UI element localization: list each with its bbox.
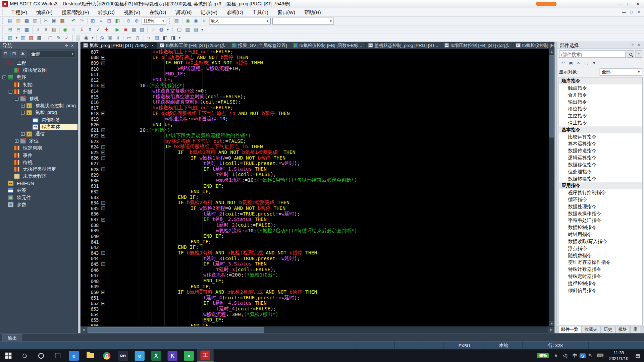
- child-close-icon[interactable]: ✕: [635, 9, 642, 15]
- scroll-right-icon[interactable]: ►: [548, 327, 554, 334]
- new-project-icon[interactable]: ▤: [6, 17, 14, 24]
- fold-collapse-icon[interactable]: −: [101, 168, 105, 171]
- fold-collapse-icon[interactable]: −: [101, 251, 105, 255]
- screen-color-change-icon[interactable]: ▨: [172, 17, 180, 24]
- instruction-item-数据控制指令[interactable]: 数据控制指令: [559, 224, 643, 231]
- tree-item-程序本体[interactable]: ST程序本体: [0, 123, 77, 130]
- taskbar-search-button[interactable]: [16, 349, 33, 362]
- instruction-item-数据处理指令[interactable]: 数据处理指令: [559, 203, 643, 210]
- instruction-category-基本指令[interactable]: 基本指令: [559, 126, 643, 133]
- instruction-item-移位指令[interactable]: 移位指令: [559, 106, 643, 113]
- online-connect-icon[interactable]: ◉: [61, 26, 69, 33]
- st-editor-icon[interactable]: ≡: [97, 17, 105, 24]
- code-line-634[interactable]: 634−IF b氦检2有料 AND NOT b氦检2检测完成 THEN: [80, 200, 549, 206]
- code-line-647[interactable]: 647w移送流程:=200;(*氦检1移出*): [80, 273, 549, 279]
- tree-collapse-icon[interactable]: ⊞: [10, 50, 18, 57]
- horizontal-scroll-thumb[interactable]: [88, 327, 264, 333]
- convert-icon[interactable]: ⊞: [6, 26, 14, 33]
- label-editor-icon[interactable]: ◧: [113, 17, 121, 24]
- toolbar-grip[interactable]: [2, 27, 4, 33]
- copy-icon[interactable]: ▣: [50, 17, 58, 24]
- soft-keyboard-icon[interactable]: ⌨: [594, 353, 606, 358]
- instruction-item-特殊计数器指令[interactable]: 特殊计数器指令: [559, 266, 643, 273]
- toolbar-overflow-icon[interactable]: ▼: [14, 36, 19, 39]
- fold-collapse-icon[interactable]: −: [101, 290, 105, 294]
- toolbar-grip[interactable]: [169, 18, 171, 24]
- code-line-653[interactable]: 653t延时_4(coil:=FALSE);: [80, 306, 549, 312]
- open-project-icon[interactable]: ▧: [14, 17, 22, 24]
- code-line-644[interactable]: 644t延时_3(coil:=TRUE,preset:=w延时);: [80, 256, 549, 262]
- paste-parts-icon[interactable]: ▣: [567, 60, 575, 66]
- zoom-in-icon[interactable]: ⊕: [133, 17, 141, 24]
- code-line-620[interactable]: 620END_IF;: [80, 122, 549, 128]
- pin-icon[interactable]: ✛: [64, 43, 69, 47]
- nav-close-icon[interactable]: ✕: [69, 43, 75, 47]
- edit-document-icon[interactable]: ▢: [46, 34, 54, 41]
- collapse-icon[interactable]: -: [9, 90, 12, 94]
- find-icon[interactable]: ◌: [149, 26, 157, 33]
- nav-splitter[interactable]: [78, 42, 80, 333]
- ladder-symbol-open-icon[interactable]: ⌗: [34, 26, 42, 33]
- code-line-656[interactable]: 656END_IF;: [80, 323, 549, 326]
- code-line-650[interactable]: 650−IF b氦检2有料 AND b氦检2检测完成 AND NOT b暂停 T…: [80, 290, 549, 295]
- tree-item-工程[interactable]: 工程: [0, 60, 77, 67]
- element-search-input[interactable]: [559, 51, 626, 58]
- device-display-icon[interactable]: ▤: [6, 34, 14, 41]
- taskbar-app-dev-tool[interactable]: DEV: [115, 349, 131, 362]
- nav-settings-icon[interactable]: ✱: [19, 50, 26, 57]
- menu-item-2[interactable]: 搜索/替换(F): [57, 8, 94, 17]
- collapse-icon[interactable]: -: [15, 97, 18, 101]
- menu-item-1[interactable]: 编辑(E): [32, 8, 57, 17]
- instruction-item-比较运算指令[interactable]: 比较运算指令: [559, 133, 643, 140]
- code-line-628[interactable]: 628−IF t延时_1.Status THEN: [80, 167, 549, 172]
- code-line-630[interactable]: 630w氦检1流程:=10;(*氦检1启动*)(*每循环结束后必定会判断*): [80, 178, 549, 183]
- check-program-icon[interactable]: ◉: [183, 17, 192, 24]
- instruction-item-特殊定时器指令[interactable]: 特殊定时器指令: [559, 273, 643, 280]
- edit-comment-icon[interactable]: ▤: [50, 26, 58, 33]
- expand-icon[interactable]: +: [15, 139, 18, 143]
- code-line-617[interactable]: 617by移送模组上下气缸_out:=FALSE;: [80, 105, 549, 111]
- watch-window-1-icon[interactable]: ▦: [130, 26, 138, 33]
- code-line-648[interactable]: 648END_IF;: [80, 278, 549, 284]
- toolbar-overflow-icon[interactable]: ▼: [90, 36, 95, 39]
- fold-collapse-icon[interactable]: −: [101, 302, 105, 305]
- vertical-scroll-thumb[interactable]: [549, 55, 554, 137]
- code-line-651[interactable]: 651t延时_4(coil:=TRUE,preset:=w延时);: [80, 295, 549, 301]
- toolbar-overflow-icon[interactable]: ▼: [165, 28, 170, 31]
- zoom-combo[interactable]: 115%▼: [142, 17, 166, 24]
- instruction-item-触点指令[interactable]: 触点指令: [559, 84, 643, 92]
- monitor-target-combo[interactable]: 最大: -------▼: [209, 17, 271, 24]
- sogou-input-icon[interactable]: S: [580, 353, 586, 358]
- code-line-637[interactable]: 637−IF t延时_2.Status THEN: [80, 217, 549, 223]
- code-line-609[interactable]: 609−IF NOT b停止标志 AND NOT b暂停 THEN: [80, 60, 549, 66]
- close-icon[interactable]: ✕: [633, 1, 642, 7]
- code-line-622[interactable]: 622−(*以下段为启动氦检流程所做的互锁*): [80, 133, 549, 139]
- instruction-item-字符串处理指令[interactable]: 字符串处理指令: [559, 217, 643, 224]
- code-line-649[interactable]: 649END_IF;: [80, 284, 549, 290]
- scroll-down-icon[interactable]: ▼: [549, 321, 554, 326]
- scroll-up-icon[interactable]: ▲: [549, 49, 554, 54]
- taskbar-app-gx-works3[interactable]: 工: [197, 349, 214, 362]
- expand-icon[interactable]: +: [21, 132, 24, 136]
- find-device-icon[interactable]: ◧: [161, 34, 169, 41]
- tab-close-icon[interactable]: ×: [152, 43, 154, 47]
- code-line-612[interactable]: 612END_IF;: [80, 77, 549, 83]
- search-icon[interactable]: [627, 51, 634, 58]
- rebuild-all-icon[interactable]: ▩: [22, 26, 31, 33]
- instruction-item-主控指令[interactable]: 主控指令: [559, 113, 643, 120]
- undo-icon[interactable]: ↶: [69, 17, 77, 24]
- tree-item-整机状态控制_prog[interactable]: +ST整机状态控制_prog: [0, 102, 77, 109]
- menu-item-6[interactable]: 调试(B): [171, 8, 196, 17]
- instruction-item-数据传送指令[interactable]: 数据传送指令: [559, 147, 643, 155]
- stop-monitor-icon[interactable]: ■: [121, 26, 129, 33]
- scroll-left-icon[interactable]: ◄: [80, 327, 87, 334]
- fold-collapse-icon[interactable]: −: [101, 112, 105, 115]
- maximize-icon[interactable]: □: [624, 1, 633, 7]
- check-parameter-icon[interactable]: ◉: [192, 17, 200, 24]
- tab-fb氦检工位 [FB] [ST] (2554)步[interactable]: STfb氦检工位 [FB] [ST] (2554)步: [157, 42, 229, 49]
- panel-tab-模块[interactable]: 模块: [615, 326, 630, 333]
- instruction-item-数据移位指令[interactable]: 数据移位指令: [559, 161, 643, 168]
- paste-icon[interactable]: ▩: [58, 17, 66, 24]
- watch-target-combo[interactable]: ▼: [272, 17, 334, 24]
- minimize-icon[interactable]: —: [615, 1, 624, 7]
